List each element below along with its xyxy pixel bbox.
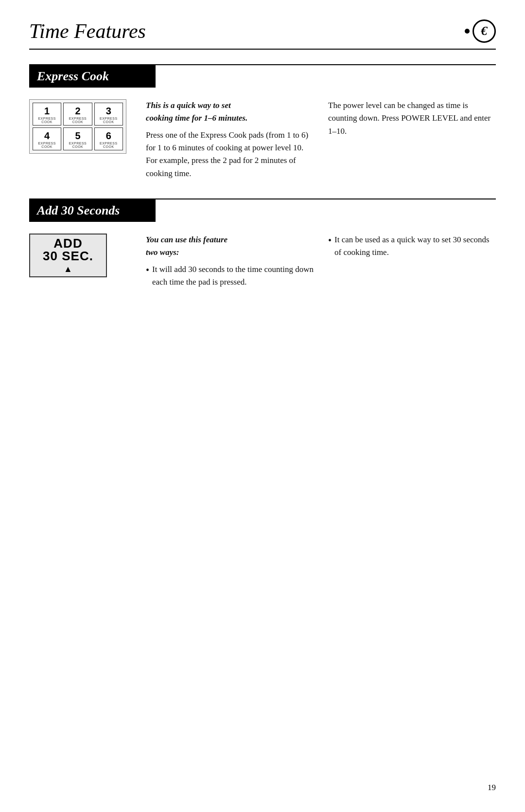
btn-2-num: 2 xyxy=(75,106,80,116)
btn-4-label: EXPRESS COOK xyxy=(35,142,59,148)
express-cook-buttons: 1 EXPRESS COOK 2 EXPRESS COOK 3 EXPRESS … xyxy=(29,99,131,184)
express-cook-btn-6[interactable]: 6 EXPRESS COOK xyxy=(94,127,123,150)
button-grid: 1 EXPRESS COOK 2 EXPRESS COOK 3 EXPRESS … xyxy=(29,99,126,154)
btn-6-label: EXPRESS COOK xyxy=(97,142,121,148)
express-cook-btn-1[interactable]: 1 EXPRESS COOK xyxy=(33,103,61,126)
add30-bullet-list-left: It will add 30 seconds to the time count… xyxy=(146,263,314,289)
express-cook-right-para: The power level can be changed as time i… xyxy=(328,99,496,138)
express-cook-description: Press one of the Express Cook pads (from… xyxy=(146,129,314,180)
page-title: Time Features xyxy=(29,19,146,43)
add30-btn-line2: 30 SEC. xyxy=(43,250,93,262)
btn-2-label: EXPRESS COOK xyxy=(66,117,89,124)
add30-tagline: You can use this feature two ways: xyxy=(146,235,228,257)
express-cook-section: Express Cook 1 EXPRESS COOK 2 EXPRESS CO… xyxy=(29,64,496,198)
page-number: 19 xyxy=(488,783,496,793)
header-icon-group: € xyxy=(465,19,496,43)
btn-5-label: EXPRESS COOK xyxy=(66,142,89,148)
bullet-item-2: It can be used as a quick way to set 30 … xyxy=(328,234,496,259)
express-cook-btn-5[interactable]: 5 EXPRESS COOK xyxy=(63,127,92,150)
btn-6-num: 6 xyxy=(106,131,111,141)
express-cook-btn-3[interactable]: 3 EXPRESS COOK xyxy=(94,103,123,126)
add30-btn-line1: ADD xyxy=(53,237,82,250)
express-cook-tagline: This is a quick way to set cooking time … xyxy=(146,101,247,123)
express-cook-btn-4[interactable]: 4 EXPRESS COOK xyxy=(33,127,61,150)
add30-content: ADD 30 SEC. ▲ You can use this feature t… xyxy=(29,222,496,308)
btn-3-label: EXPRESS COOK xyxy=(97,117,121,124)
add30-left-text: You can use this feature two ways: It wi… xyxy=(146,234,314,293)
bullet-item-1: It will add 30 seconds to the time count… xyxy=(146,263,314,289)
express-cook-right-text: The power level can be changed as time i… xyxy=(328,99,496,184)
arrow-up-icon: ▲ xyxy=(64,264,72,274)
add30-header: Add 30 Seconds xyxy=(29,199,156,222)
btn-3-num: 3 xyxy=(106,106,111,116)
add30-right-text: It can be used as a quick way to set 30 … xyxy=(328,234,496,293)
express-cook-header: Express Cook xyxy=(29,65,156,88)
add30-section: Add 30 Seconds ADD 30 SEC. ▲ You can use… xyxy=(29,198,496,308)
btn-1-label: EXPRESS COOK xyxy=(35,117,59,124)
dot-icon xyxy=(465,29,470,34)
btn-4-num: 4 xyxy=(44,131,50,141)
btn-5-num: 5 xyxy=(75,131,80,141)
express-cook-btn-2[interactable]: 2 EXPRESS COOK xyxy=(63,103,92,126)
ge-logo: € xyxy=(472,19,496,43)
add30-btn-container: ADD 30 SEC. ▲ xyxy=(29,234,131,293)
express-cook-middle-text: This is a quick way to set cooking time … xyxy=(146,99,314,184)
express-cook-content: 1 EXPRESS COOK 2 EXPRESS COOK 3 EXPRESS … xyxy=(29,88,496,198)
page-header: Time Features € xyxy=(29,19,496,50)
add30-bullet-list-right: It can be used as a quick way to set 30 … xyxy=(328,234,496,259)
express-cook-title: Express Cook xyxy=(37,69,109,83)
add30-title: Add 30 Seconds xyxy=(37,203,120,217)
btn-1-num: 1 xyxy=(44,106,50,116)
add-30-sec-button[interactable]: ADD 30 SEC. ▲ xyxy=(29,234,107,277)
